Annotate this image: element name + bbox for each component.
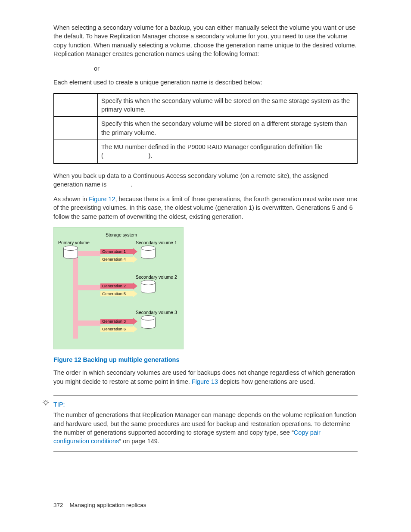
gen6-text: Generation 6 [102, 326, 126, 332]
continuous-access-paragraph: When you back up data to a Continuous Ac… [53, 171, 358, 189]
element-desc-paragraph: Each element used to create a unique gen… [53, 78, 358, 87]
gen1-text: Generation 1 [102, 249, 126, 254]
gen2-text: Generation 2 [102, 283, 126, 289]
tip-body-post: ” on page 149. [119, 438, 159, 445]
storage-system-label: Storage system [106, 232, 137, 238]
generation-name-table: Specify this when the secondary volume w… [53, 93, 358, 164]
table-row: Specify this when the secondary volume w… [54, 93, 357, 117]
para5-post: depicts how generations are used. [218, 378, 315, 385]
row3-post: ). [149, 152, 153, 159]
table-key-cell [54, 93, 98, 117]
figure-12-caption: Figure 12 Backing up multiple generation… [53, 355, 358, 364]
tip-block: TIP: The number of generations that Repl… [53, 395, 358, 452]
or-separator: or [53, 64, 358, 73]
tip-body: The number of generations that Replicati… [53, 411, 358, 445]
figure-12-link[interactable]: Figure 12 [89, 196, 115, 202]
secondary-volume-1-icon [141, 246, 155, 258]
secondary-volume-3-icon [141, 315, 155, 328]
figure12-ref-paragraph: As shown in Figure 12, because there is … [53, 195, 358, 221]
pink-branch-2 [73, 285, 100, 290]
gen5-text: Generation 5 [102, 291, 126, 296]
row3-pre: The MU number defined in the P9000 RAID … [101, 143, 322, 159]
lightbulb-icon [42, 399, 50, 407]
order-paragraph: The order in which secondary volumes are… [53, 368, 358, 386]
table-row: The MU number defined in the P9000 RAID … [54, 140, 357, 163]
table-key-cell [54, 117, 98, 140]
table-row: Specify this when the secondary volume w… [54, 117, 357, 140]
gen5-arrow: Generation 5 [100, 290, 137, 297]
table-desc-cell: Specify this when the secondary volume w… [98, 117, 358, 140]
pink-branch-3 [73, 320, 100, 326]
svg-point-0 [44, 401, 47, 404]
figure-13-link[interactable]: Figure 13 [192, 378, 218, 385]
generations-diagram: Storage system Primary volume Secondary … [53, 227, 184, 349]
sv2-label: Secondary volume 2 [136, 274, 177, 280]
sv1-label: Secondary volume 1 [136, 240, 177, 246]
primary-volume-label: Primary volume [58, 240, 90, 246]
sv3-label: Secondary volume 3 [136, 309, 177, 316]
para3-post: . [131, 181, 133, 188]
gen4-text: Generation 4 [102, 256, 126, 262]
gen6-arrow: Generation 6 [100, 326, 137, 333]
gen4-arrow: Generation 4 [100, 256, 137, 263]
table-key-cell [54, 140, 98, 163]
gen1-arrow: Generation 1 [100, 248, 137, 255]
secondary-volume-2-icon [141, 280, 155, 293]
tip-label: TIP: [53, 400, 358, 409]
primary-volume-icon [63, 246, 77, 258]
table-desc-cell: Specify this when the secondary volume w… [98, 93, 358, 117]
para4-pre: As shown in [53, 196, 89, 202]
intro-paragraph: When selecting a secondary volume for a … [53, 23, 358, 58]
para3-pre: When you back up data to a Continuous Ac… [53, 172, 328, 188]
gen3-text: Generation 3 [102, 318, 126, 324]
gen2-arrow: Generation 2 [100, 283, 137, 289]
table-desc-cell: The MU number defined in the P9000 RAID … [98, 140, 358, 163]
gen3-arrow: Generation 3 [100, 318, 137, 325]
